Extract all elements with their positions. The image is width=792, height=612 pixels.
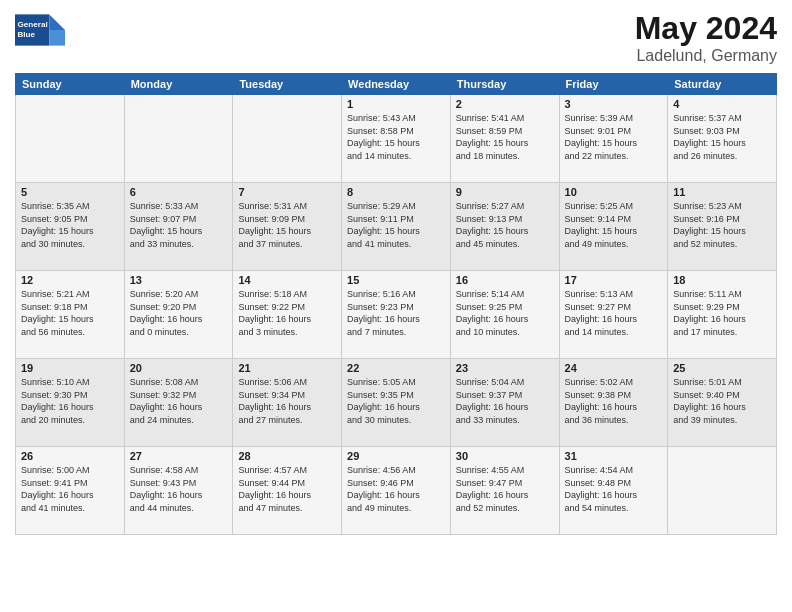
day-number: 17	[565, 274, 663, 286]
day-info: Sunrise: 5:16 AM Sunset: 9:23 PM Dayligh…	[347, 288, 445, 338]
cell-w4-d0: 19Sunrise: 5:10 AM Sunset: 9:30 PM Dayli…	[16, 359, 125, 447]
cell-w3-d4: 16Sunrise: 5:14 AM Sunset: 9:25 PM Dayli…	[450, 271, 559, 359]
day-info: Sunrise: 4:57 AM Sunset: 9:44 PM Dayligh…	[238, 464, 336, 514]
cell-w3-d5: 17Sunrise: 5:13 AM Sunset: 9:27 PM Dayli…	[559, 271, 668, 359]
svg-text:General: General	[18, 20, 48, 29]
title-location: Ladelund, Germany	[635, 47, 777, 65]
day-info: Sunrise: 5:11 AM Sunset: 9:29 PM Dayligh…	[673, 288, 771, 338]
day-info: Sunrise: 5:18 AM Sunset: 9:22 PM Dayligh…	[238, 288, 336, 338]
day-info: Sunrise: 5:13 AM Sunset: 9:27 PM Dayligh…	[565, 288, 663, 338]
cell-w3-d2: 14Sunrise: 5:18 AM Sunset: 9:22 PM Dayli…	[233, 271, 342, 359]
logo: General Blue	[15, 10, 65, 50]
day-number: 29	[347, 450, 445, 462]
day-number: 14	[238, 274, 336, 286]
col-thursday: Thursday	[450, 74, 559, 95]
cell-w4-d5: 24Sunrise: 5:02 AM Sunset: 9:38 PM Dayli…	[559, 359, 668, 447]
day-number: 21	[238, 362, 336, 374]
day-number: 12	[21, 274, 119, 286]
day-info: Sunrise: 5:05 AM Sunset: 9:35 PM Dayligh…	[347, 376, 445, 426]
col-sunday: Sunday	[16, 74, 125, 95]
day-info: Sunrise: 5:41 AM Sunset: 8:59 PM Dayligh…	[456, 112, 554, 162]
day-info: Sunrise: 4:56 AM Sunset: 9:46 PM Dayligh…	[347, 464, 445, 514]
title-block: May 2024 Ladelund, Germany	[635, 10, 777, 65]
cell-w5-d3: 29Sunrise: 4:56 AM Sunset: 9:46 PM Dayli…	[342, 447, 451, 535]
day-number: 18	[673, 274, 771, 286]
cell-w3-d0: 12Sunrise: 5:21 AM Sunset: 9:18 PM Dayli…	[16, 271, 125, 359]
cell-w5-d1: 27Sunrise: 4:58 AM Sunset: 9:43 PM Dayli…	[124, 447, 233, 535]
day-number: 13	[130, 274, 228, 286]
day-number: 16	[456, 274, 554, 286]
cell-w1-d5: 3Sunrise: 5:39 AM Sunset: 9:01 PM Daylig…	[559, 95, 668, 183]
day-number: 5	[21, 186, 119, 198]
title-month: May 2024	[635, 10, 777, 47]
day-info: Sunrise: 5:27 AM Sunset: 9:13 PM Dayligh…	[456, 200, 554, 250]
day-info: Sunrise: 5:23 AM Sunset: 9:16 PM Dayligh…	[673, 200, 771, 250]
day-info: Sunrise: 5:39 AM Sunset: 9:01 PM Dayligh…	[565, 112, 663, 162]
day-number: 24	[565, 362, 663, 374]
cell-w3-d3: 15Sunrise: 5:16 AM Sunset: 9:23 PM Dayli…	[342, 271, 451, 359]
cell-w5-d4: 30Sunrise: 4:55 AM Sunset: 9:47 PM Dayli…	[450, 447, 559, 535]
day-info: Sunrise: 5:14 AM Sunset: 9:25 PM Dayligh…	[456, 288, 554, 338]
day-number: 30	[456, 450, 554, 462]
day-number: 4	[673, 98, 771, 110]
header-row: Sunday Monday Tuesday Wednesday Thursday…	[16, 74, 777, 95]
day-number: 9	[456, 186, 554, 198]
day-info: Sunrise: 5:06 AM Sunset: 9:34 PM Dayligh…	[238, 376, 336, 426]
header: General Blue May 2024 Ladelund, Germany	[15, 10, 777, 65]
day-info: Sunrise: 5:35 AM Sunset: 9:05 PM Dayligh…	[21, 200, 119, 250]
day-number: 28	[238, 450, 336, 462]
cell-w2-d1: 6Sunrise: 5:33 AM Sunset: 9:07 PM Daylig…	[124, 183, 233, 271]
cell-w1-d0	[16, 95, 125, 183]
cell-w5-d5: 31Sunrise: 4:54 AM Sunset: 9:48 PM Dayli…	[559, 447, 668, 535]
day-number: 2	[456, 98, 554, 110]
cell-w4-d4: 23Sunrise: 5:04 AM Sunset: 9:37 PM Dayli…	[450, 359, 559, 447]
cell-w4-d1: 20Sunrise: 5:08 AM Sunset: 9:32 PM Dayli…	[124, 359, 233, 447]
day-number: 19	[21, 362, 119, 374]
col-monday: Monday	[124, 74, 233, 95]
logo-svg: General Blue	[15, 10, 65, 50]
day-info: Sunrise: 5:33 AM Sunset: 9:07 PM Dayligh…	[130, 200, 228, 250]
cell-w2-d4: 9Sunrise: 5:27 AM Sunset: 9:13 PM Daylig…	[450, 183, 559, 271]
day-number: 23	[456, 362, 554, 374]
cell-w5-d6	[668, 447, 777, 535]
day-info: Sunrise: 5:29 AM Sunset: 9:11 PM Dayligh…	[347, 200, 445, 250]
day-number: 1	[347, 98, 445, 110]
day-info: Sunrise: 5:10 AM Sunset: 9:30 PM Dayligh…	[21, 376, 119, 426]
cell-w2-d3: 8Sunrise: 5:29 AM Sunset: 9:11 PM Daylig…	[342, 183, 451, 271]
svg-text:Blue: Blue	[18, 30, 36, 39]
day-info: Sunrise: 4:55 AM Sunset: 9:47 PM Dayligh…	[456, 464, 554, 514]
cell-w2-d6: 11Sunrise: 5:23 AM Sunset: 9:16 PM Dayli…	[668, 183, 777, 271]
calendar-table: Sunday Monday Tuesday Wednesday Thursday…	[15, 73, 777, 535]
cell-w2-d5: 10Sunrise: 5:25 AM Sunset: 9:14 PM Dayli…	[559, 183, 668, 271]
day-info: Sunrise: 5:25 AM Sunset: 9:14 PM Dayligh…	[565, 200, 663, 250]
day-number: 26	[21, 450, 119, 462]
day-number: 22	[347, 362, 445, 374]
day-info: Sunrise: 5:21 AM Sunset: 9:18 PM Dayligh…	[21, 288, 119, 338]
cell-w5-d0: 26Sunrise: 5:00 AM Sunset: 9:41 PM Dayli…	[16, 447, 125, 535]
day-number: 27	[130, 450, 228, 462]
week-row-3: 12Sunrise: 5:21 AM Sunset: 9:18 PM Dayli…	[16, 271, 777, 359]
day-number: 6	[130, 186, 228, 198]
day-info: Sunrise: 5:00 AM Sunset: 9:41 PM Dayligh…	[21, 464, 119, 514]
day-number: 3	[565, 98, 663, 110]
day-info: Sunrise: 5:01 AM Sunset: 9:40 PM Dayligh…	[673, 376, 771, 426]
cell-w2-d2: 7Sunrise: 5:31 AM Sunset: 9:09 PM Daylig…	[233, 183, 342, 271]
svg-marker-2	[49, 30, 65, 46]
day-info: Sunrise: 5:08 AM Sunset: 9:32 PM Dayligh…	[130, 376, 228, 426]
day-number: 7	[238, 186, 336, 198]
cell-w1-d3: 1Sunrise: 5:43 AM Sunset: 8:58 PM Daylig…	[342, 95, 451, 183]
col-saturday: Saturday	[668, 74, 777, 95]
col-wednesday: Wednesday	[342, 74, 451, 95]
cell-w1-d4: 2Sunrise: 5:41 AM Sunset: 8:59 PM Daylig…	[450, 95, 559, 183]
cell-w3-d1: 13Sunrise: 5:20 AM Sunset: 9:20 PM Dayli…	[124, 271, 233, 359]
day-info: Sunrise: 4:58 AM Sunset: 9:43 PM Dayligh…	[130, 464, 228, 514]
cell-w4-d2: 21Sunrise: 5:06 AM Sunset: 9:34 PM Dayli…	[233, 359, 342, 447]
day-info: Sunrise: 5:20 AM Sunset: 9:20 PM Dayligh…	[130, 288, 228, 338]
day-number: 10	[565, 186, 663, 198]
cell-w3-d6: 18Sunrise: 5:11 AM Sunset: 9:29 PM Dayli…	[668, 271, 777, 359]
day-number: 11	[673, 186, 771, 198]
week-row-1: 1Sunrise: 5:43 AM Sunset: 8:58 PM Daylig…	[16, 95, 777, 183]
day-info: Sunrise: 4:54 AM Sunset: 9:48 PM Dayligh…	[565, 464, 663, 514]
day-info: Sunrise: 5:43 AM Sunset: 8:58 PM Dayligh…	[347, 112, 445, 162]
day-number: 20	[130, 362, 228, 374]
